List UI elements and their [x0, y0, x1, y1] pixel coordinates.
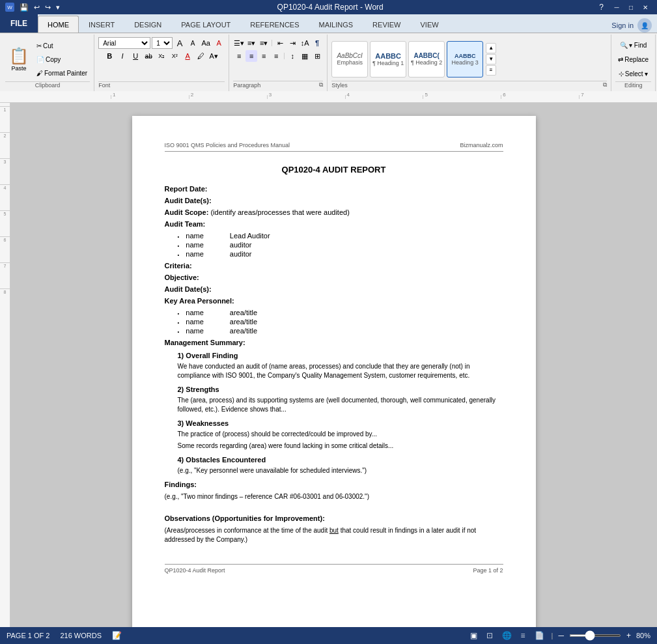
minimize-button[interactable]: ─	[610, 3, 623, 12]
audit-team-list: • name Lead Auditor • name auditor • nam…	[178, 232, 503, 258]
bold-button[interactable]: B	[104, 50, 115, 62]
align-left-button[interactable]: ≡	[233, 50, 245, 62]
font-name-select[interactable]: Arial	[98, 37, 150, 49]
styles-label: Styles ⧉	[331, 81, 607, 90]
user-avatar[interactable]: 👤	[637, 18, 652, 33]
multilevel-button[interactable]: ≡▾	[258, 37, 270, 49]
tab-home[interactable]: HOME	[38, 16, 79, 33]
highlight-button[interactable]: 🖊	[195, 50, 206, 62]
key-person-2: • name area/title	[178, 318, 503, 326]
team-member-3: • name auditor	[178, 250, 503, 258]
undo-button[interactable]: ↩	[33, 3, 41, 12]
audit-dates2-label: Audit Date(s):	[165, 285, 212, 293]
style-more[interactable]: ≡	[486, 65, 496, 76]
superscript-button[interactable]: X²	[169, 50, 180, 62]
style-scroll-down[interactable]: ▼	[486, 54, 496, 64]
select-button[interactable]: ⊹ Select ▾	[616, 67, 651, 80]
bullets-button[interactable]: ☰▾	[233, 37, 245, 49]
outline-view-button[interactable]: ≡	[519, 631, 527, 640]
h2-name: ¶ Heading 2	[411, 59, 442, 66]
zoom-separator: |	[552, 632, 553, 639]
redo-button[interactable]: ↪	[44, 3, 52, 12]
overall-finding-text: We have conducted an audit of (name area…	[178, 362, 503, 380]
zoom-out-button[interactable]: ─	[558, 631, 564, 640]
status-bar: PAGE 1 OF 2 216 WORDS 📝 ▣ ⊡ 🌐 ≡ 📄 | ─ + …	[0, 627, 657, 644]
subscript-button[interactable]: X₂	[156, 50, 167, 62]
shading-button[interactable]: ▦	[299, 50, 311, 62]
show-formatting-button[interactable]: ¶	[311, 37, 323, 49]
draft-view-button[interactable]: 📄	[533, 631, 546, 640]
ribbon-content: 📋 Paste ✂ Cut 📄 Copy 🖌 Format Painter Cl…	[0, 33, 657, 91]
borders-button[interactable]: ⊞	[311, 50, 323, 62]
align-center-button[interactable]: ≡	[245, 50, 257, 62]
italic-button[interactable]: I	[117, 50, 128, 62]
web-view-button[interactable]: 🌐	[500, 631, 514, 640]
tab-mailings[interactable]: MAILINGS	[309, 16, 363, 33]
cut-button[interactable]: ✂ Cut	[34, 39, 90, 52]
customize-button[interactable]: ▾	[55, 3, 61, 12]
sign-in-link[interactable]: Sign in	[611, 21, 634, 29]
align-right-button[interactable]: ≡	[258, 50, 270, 62]
increase-indent-button[interactable]: ⇥	[287, 37, 298, 49]
styles-dialog-launcher[interactable]: ⧉	[603, 81, 607, 89]
style-scroll-up[interactable]: ▲	[486, 43, 496, 53]
document-title: QP1020-4 AUDIT REPORT	[165, 165, 503, 175]
style-h2[interactable]: AABBC( ¶ Heading 2	[408, 41, 445, 77]
replace-button[interactable]: ⇄ Replace	[615, 53, 651, 66]
font-size-select[interactable]: 12	[152, 37, 173, 49]
sort-button[interactable]: ↕A	[299, 37, 311, 49]
style-emphasis[interactable]: AaBbCcI Emphasis	[331, 41, 368, 77]
format-painter-button[interactable]: 🖌 Format Painter	[34, 66, 90, 79]
tab-design[interactable]: DESIGN	[124, 16, 171, 33]
copy-button[interactable]: 📄 Copy	[34, 53, 90, 66]
clear-formatting-button[interactable]: A	[213, 37, 225, 49]
numbering-button[interactable]: ≡▾	[245, 37, 257, 49]
underline-button[interactable]: U	[130, 50, 141, 62]
strikethrough-button[interactable]: ab	[143, 50, 154, 62]
shrink-font-button[interactable]: A	[187, 37, 199, 49]
save-button[interactable]: 💾	[18, 3, 30, 12]
style-scroll: ▲ ▼ ≡	[486, 43, 496, 76]
decrease-indent-button[interactable]: ⇤	[274, 37, 286, 49]
overall-finding-heading: 1) Overall Finding	[178, 352, 503, 359]
tab-insert[interactable]: INSERT	[79, 16, 124, 33]
full-screen-view-button[interactable]: ⊡	[484, 631, 495, 640]
zoom-slider[interactable]	[569, 634, 621, 637]
line-spacing-button[interactable]: ↕	[287, 50, 298, 62]
header-left: ISO 9001 QMS Policies and Procedures Man…	[165, 142, 290, 148]
document-page[interactable]: ISO 9001 QMS Policies and Procedures Man…	[132, 116, 536, 627]
obstacles-heading: 4) Obstacles Encountered	[178, 456, 503, 464]
tab-page-layout[interactable]: PAGE LAYOUT	[171, 16, 240, 33]
paragraph-dialog-launcher[interactable]: ⧉	[319, 81, 323, 89]
style-h3[interactable]: AABBC Heading 3	[447, 41, 483, 77]
track-changes-icon: 📝	[112, 631, 122, 640]
tab-references[interactable]: REFERENCES	[240, 16, 309, 33]
tab-view[interactable]: VIEW	[411, 16, 449, 33]
format-painter-icon: 🖌	[36, 70, 43, 77]
print-layout-view-button[interactable]: ▣	[468, 631, 479, 640]
document-area[interactable]: ISO 9001 QMS Policies and Procedures Man…	[10, 103, 657, 627]
help-icon[interactable]: ?	[599, 3, 604, 12]
maximize-button[interactable]: □	[624, 3, 637, 12]
find-button[interactable]: 🔍 ▾ Find	[617, 38, 649, 51]
change-case-button[interactable]: Aa	[200, 37, 212, 49]
font-color-button[interactable]: A	[182, 50, 193, 62]
key-area-row: Key Area Personnel:	[165, 297, 503, 305]
tab-file[interactable]: FILE	[0, 14, 38, 33]
close-button[interactable]: ✕	[639, 3, 652, 12]
footer-right: Page 1 of 2	[473, 567, 503, 574]
clipboard-label: Clipboard	[5, 81, 90, 90]
horizontal-ruler: 1 2 3 4 5 6 7	[0, 91, 657, 103]
paste-button[interactable]: 📋 Paste	[5, 41, 33, 77]
justify-button[interactable]: ≡	[270, 50, 282, 62]
title-bar: W 💾 ↩ ↪ ▾ QP1020-4 Audit Report - Word ?…	[0, 0, 657, 14]
tab-review[interactable]: REVIEW	[363, 16, 410, 33]
team-member-3-name: name	[186, 250, 204, 258]
ruler-mark-6: 6	[501, 95, 579, 99]
zoom-level: 80%	[636, 632, 650, 639]
zoom-in-button[interactable]: +	[626, 631, 631, 640]
paste-label: Paste	[11, 65, 26, 72]
grow-font-button[interactable]: A	[174, 37, 186, 49]
style-h1[interactable]: AABBC ¶ Heading 1	[370, 41, 406, 77]
font-color2-button[interactable]: A▾	[208, 50, 219, 62]
